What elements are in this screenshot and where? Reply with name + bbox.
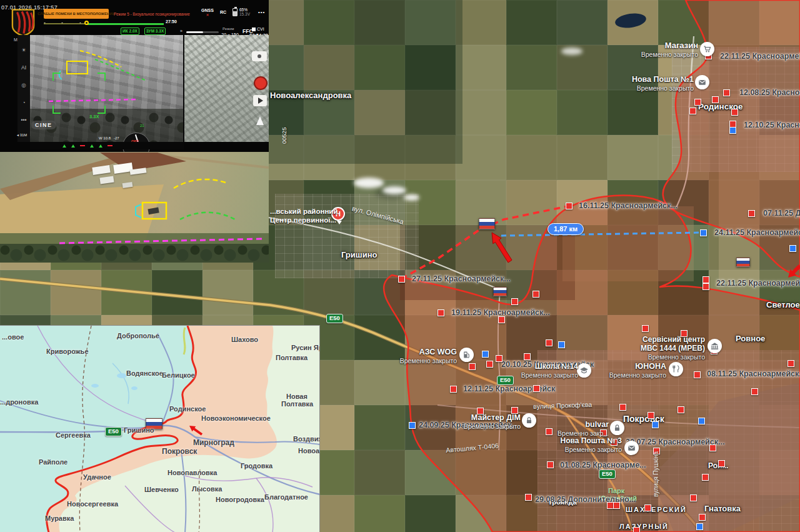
unit-marker-blue[interactable] (729, 127, 736, 134)
unit-marker-red[interactable] (511, 407, 518, 414)
unit-marker-blue[interactable] (409, 422, 416, 429)
unit-marker-red[interactable] (498, 316, 505, 323)
inset-town-label: Белицкое (162, 371, 195, 379)
inset-town-label: Криворожье (46, 348, 89, 356)
unit-marker-red[interactable] (398, 276, 405, 283)
unit-marker-red[interactable] (533, 385, 540, 392)
unit-marker-red[interactable] (699, 514, 706, 521)
fuel-icon[interactable] (459, 348, 474, 362)
hud-telemetry: W 10.8 -27 (99, 136, 119, 141)
aerial-annotations (0, 152, 269, 263)
unit-marker-red[interactable] (511, 298, 518, 305)
lock-icon[interactable] (610, 421, 624, 435)
camera-settings-icon[interactable] (252, 51, 267, 61)
trench-green-dashed (180, 213, 235, 219)
unit-marker-red[interactable] (496, 355, 502, 362)
hud-bottom-strip (30, 142, 184, 149)
unit-marker-red[interactable] (642, 325, 649, 332)
unit-marker-red[interactable] (525, 494, 532, 501)
unit-marker-red[interactable] (469, 363, 476, 370)
event-date-label: 24.11.25 Красноармейск... (714, 228, 800, 237)
inset-town-label: Шахово (231, 336, 258, 344)
unit-marker-red[interactable] (547, 461, 554, 468)
unit-marker-red[interactable] (731, 109, 738, 116)
unit-marker-blue[interactable] (696, 523, 703, 530)
cyan-mark (59, 71, 62, 79)
poi-name: Магазин (665, 41, 698, 51)
unit-marker-red[interactable] (450, 386, 457, 393)
unit-marker-red[interactable] (546, 428, 552, 435)
unit-marker-blue[interactable] (482, 351, 489, 358)
food-icon[interactable] (669, 362, 683, 376)
unit-marker-red[interactable] (694, 99, 701, 106)
unit-marker-red[interactable] (546, 339, 552, 346)
unit-marker-red[interactable] (438, 309, 444, 316)
inset-town-label: Райполе (39, 458, 68, 466)
unit-marker-red[interactable] (619, 404, 626, 411)
unit-marker-blue[interactable] (698, 418, 705, 424)
unit-marker-red[interactable] (712, 96, 719, 103)
inset-town-label: Покровск (162, 448, 197, 456)
inset-town-label: Удачное (83, 473, 111, 481)
inset-town-label: Новогродовка (216, 496, 264, 504)
town-label: Гришино (341, 251, 377, 260)
poi-status: Временно закрыто (400, 357, 457, 364)
unit-marker-blue[interactable] (652, 421, 659, 428)
poi-name: Школа №14 (535, 363, 578, 371)
overview-map-inset: ...овоеДобропольеШаховоРусин ЯрПолтавкаК… (0, 325, 320, 532)
unit-marker-red[interactable] (566, 203, 572, 209)
inset-town-label: Новопавловка (168, 469, 217, 477)
lock-icon[interactable] (522, 413, 536, 428)
unit-marker-red[interactable] (788, 360, 794, 367)
position-magenta-dashed (59, 239, 262, 243)
inset-town-label: Водянское (126, 369, 163, 378)
poi-status: Временно закрыто (565, 446, 622, 453)
unit-marker-blue[interactable] (700, 229, 707, 236)
altitude-readout: ◂ 31M (17, 133, 27, 138)
unit-marker-red[interactable] (702, 276, 709, 283)
unit-marker-red[interactable] (702, 474, 709, 481)
unit-marker-red[interactable] (648, 412, 654, 419)
unit-marker-red[interactable] (486, 361, 493, 368)
unit-marker-red[interactable] (718, 460, 725, 467)
unit-marker-blue[interactable] (558, 341, 565, 348)
cart-icon[interactable] (700, 42, 714, 56)
inset-town-label: Полтавка (276, 354, 308, 362)
poi-name: Нова Пошта №1 (632, 75, 694, 84)
north-pointer-icon (256, 116, 264, 125)
inset-town-label: Новосергеевка (67, 500, 118, 508)
unit-marker-red[interactable] (633, 527, 640, 532)
record-button[interactable] (254, 76, 268, 90)
unit-marker-red[interactable] (689, 108, 696, 114)
town-label: Гнатовка (704, 504, 741, 514)
hud-green-value: 21 (140, 124, 144, 128)
unit-marker-red[interactable] (524, 353, 531, 360)
street-label: 00525 (281, 128, 288, 144)
unit-marker-red[interactable] (644, 504, 651, 511)
mail-icon[interactable] (624, 441, 639, 455)
bank-icon[interactable] (708, 339, 722, 353)
unit-marker-red[interactable] (694, 371, 701, 378)
unit-marker-red[interactable] (613, 502, 620, 509)
e50-road-shield: E50 (599, 469, 616, 479)
inset-town-label: Воздвиж... (293, 435, 320, 443)
school-icon[interactable] (577, 363, 591, 378)
unit-marker-red[interactable] (723, 89, 730, 96)
event-date-label: 12.08.25 Красноармейск... (739, 88, 800, 97)
event-date-label: 29.08.25 Дополнительно... (535, 495, 636, 504)
unit-marker-red[interactable] (702, 283, 709, 290)
unit-marker-red[interactable] (678, 406, 684, 413)
mail-icon[interactable] (695, 75, 709, 89)
road-purple-4 (256, 478, 273, 532)
trench-yellow-dashed (80, 51, 121, 67)
unit-marker-red[interactable] (690, 494, 697, 501)
playback-icon[interactable] (253, 95, 267, 106)
inset-town-label: Русин Яр (291, 344, 320, 352)
unit-marker-red[interactable] (751, 388, 758, 395)
inset-town-label: Родинское (169, 405, 206, 413)
unit-marker-blue[interactable] (789, 245, 796, 252)
unit-marker-red[interactable] (748, 210, 755, 217)
unit-marker-red[interactable] (532, 291, 539, 298)
unit-marker-red[interactable] (709, 444, 716, 451)
poi-status: Временно закрыто (521, 371, 578, 379)
